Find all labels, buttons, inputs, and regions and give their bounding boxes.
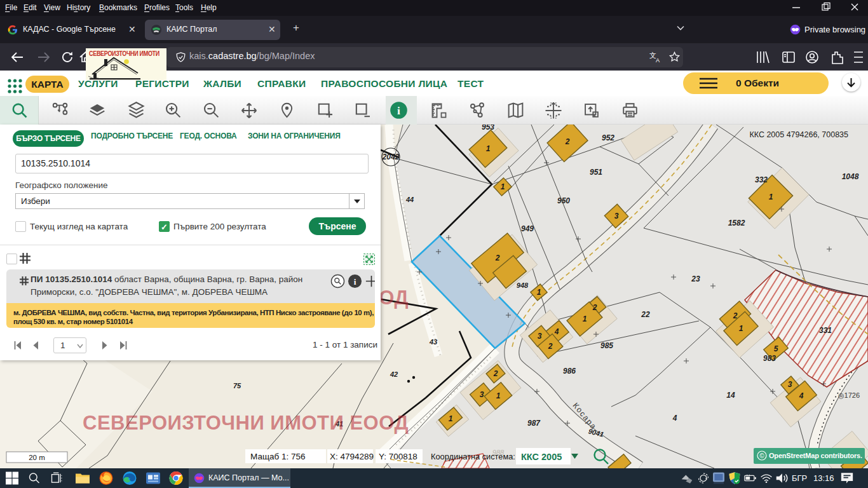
svg-text:i: i [354, 277, 356, 287]
svg-text:◎1726: ◎1726 [838, 391, 860, 399]
svg-text:987: 987 [527, 419, 541, 428]
svg-text:23: 23 [691, 274, 700, 283]
svg-text:2: 2 [548, 342, 553, 351]
svg-text:5: 5 [774, 344, 778, 353]
svg-text:42: 42 [390, 370, 398, 378]
svg-text:ККС 2005: ККС 2005 [521, 452, 562, 462]
svg-text:1: 1 [496, 391, 501, 400]
svg-text:2: 2 [495, 254, 500, 262]
svg-text:Y: 700818: Y: 700818 [379, 452, 417, 461]
svg-text:OpenStreetMap contributors.: OpenStreetMap contributors. [769, 452, 862, 459]
svg-text:1582: 1582 [728, 219, 745, 227]
svg-text:3: 3 [788, 380, 792, 389]
svg-text:14: 14 [726, 391, 735, 400]
svg-text:2: 2 [565, 137, 570, 146]
svg-text:3: 3 [480, 390, 484, 399]
svg-text:332: 332 [755, 175, 768, 184]
svg-text:20 m: 20 m [29, 454, 45, 461]
svg-text:1: 1 [537, 288, 541, 297]
svg-text:ККС 2005 4794266, 700835: ККС 2005 4794266, 700835 [749, 130, 848, 139]
svg-text:331: 331 [819, 326, 832, 335]
svg-text:1: 1 [739, 324, 743, 333]
svg-text:986: 986 [563, 367, 576, 376]
svg-text:2: 2 [592, 303, 597, 312]
svg-text:1: 1 [501, 182, 505, 191]
svg-text:A: A [656, 57, 660, 64]
svg-text:75: 75 [233, 382, 241, 390]
svg-text:3: 3 [538, 332, 542, 341]
svg-text:©: © [759, 452, 764, 459]
svg-text:952: 952 [602, 133, 614, 142]
svg-text:985: 985 [600, 341, 613, 350]
svg-text:44: 44 [405, 196, 414, 203]
svg-text:983: 983 [763, 354, 776, 363]
svg-text:1: 1 [449, 414, 453, 423]
svg-text:2: 2 [493, 369, 498, 378]
svg-text:1: 1 [583, 315, 587, 323]
svg-text:X: 4794289: X: 4794289 [330, 452, 374, 461]
svg-text:1: 1 [769, 193, 773, 201]
svg-text:1: 1 [486, 144, 491, 153]
svg-text:1048: 1048 [842, 172, 859, 181]
svg-text:951: 951 [590, 168, 602, 177]
svg-text:948: 948 [517, 281, 529, 289]
svg-text:953: 953 [482, 125, 494, 132]
svg-text:Координатна система:: Координатна система: [431, 452, 515, 461]
svg-text:3: 3 [614, 212, 619, 220]
svg-text:Мащаб 1: 756: Мащаб 1: 756 [250, 452, 306, 461]
svg-text:i: i [397, 104, 400, 117]
svg-text:2: 2 [733, 311, 738, 320]
svg-text:4: 4 [672, 414, 677, 423]
svg-text:22: 22 [641, 310, 650, 319]
svg-text:4: 4 [799, 391, 804, 400]
svg-text:949: 949 [521, 224, 534, 233]
svg-text:2042: 2042 [382, 152, 400, 161]
svg-text:43: 43 [429, 338, 437, 346]
svg-text:4: 4 [554, 327, 559, 336]
